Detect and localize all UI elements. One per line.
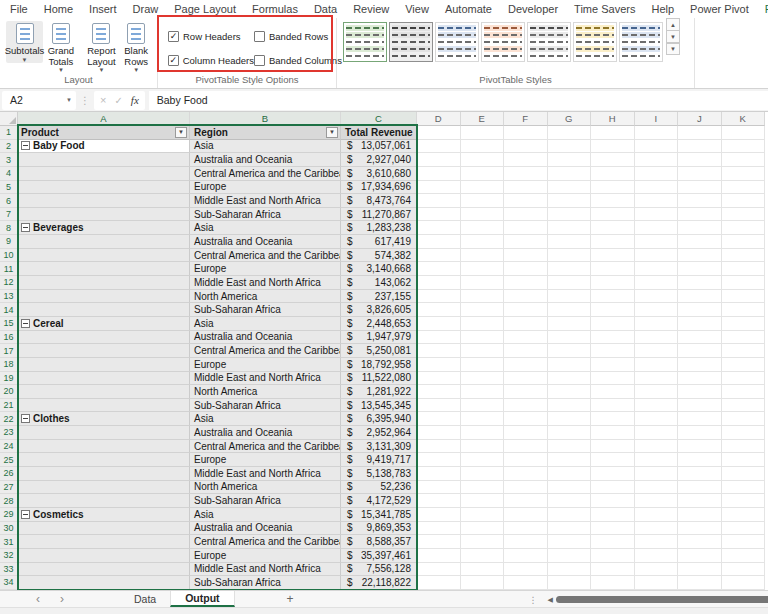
empty-cell[interactable]: [678, 249, 722, 263]
pivot-header-region[interactable]: Region▼: [190, 126, 341, 140]
add-sheet-button[interactable]: +: [279, 591, 302, 607]
row-number-32[interactable]: 32: [0, 549, 18, 563]
empty-cell[interactable]: [678, 494, 722, 508]
cell-b28[interactable]: Sub-Saharan Africa: [190, 494, 341, 508]
cell-c33[interactable]: $7,556,128: [341, 563, 417, 577]
ribbon-tab-draw[interactable]: Draw: [125, 0, 167, 18]
cell-a28[interactable]: [18, 494, 190, 508]
empty-cell[interactable]: [461, 303, 505, 317]
cell-a20[interactable]: [18, 385, 190, 399]
empty-cell[interactable]: [548, 126, 592, 140]
empty-cell[interactable]: [678, 317, 722, 331]
pivot-header-total-revenue[interactable]: Total Revenue: [341, 126, 417, 140]
pivot-style-light-gray[interactable]: [527, 22, 571, 62]
empty-cell[interactable]: [461, 467, 505, 481]
gallery-more-icon[interactable]: ▼: [666, 42, 680, 55]
empty-cell[interactable]: [591, 221, 635, 235]
empty-cell[interactable]: [635, 535, 679, 549]
name-box[interactable]: A2 ▼: [2, 91, 76, 110]
empty-cell[interactable]: [678, 522, 722, 536]
empty-cell[interactable]: [417, 126, 461, 140]
empty-cell[interactable]: [504, 167, 548, 181]
pivot-style-light-orange[interactable]: [481, 22, 525, 62]
empty-cell[interactable]: [635, 453, 679, 467]
empty-cell[interactable]: [591, 426, 635, 440]
empty-cell[interactable]: [461, 535, 505, 549]
cell-b30[interactable]: Australia and Oceania: [190, 522, 341, 536]
empty-cell[interactable]: [635, 412, 679, 426]
cell-b34[interactable]: Sub-Saharan Africa: [190, 576, 341, 590]
column-header-g[interactable]: G: [548, 112, 592, 126]
row-number-13[interactable]: 13: [0, 290, 18, 304]
empty-cell[interactable]: [678, 576, 722, 590]
cell-a7[interactable]: [18, 208, 190, 222]
empty-cell[interactable]: [591, 235, 635, 249]
cell-c18[interactable]: $18,792,958: [341, 358, 417, 372]
cell-c22[interactable]: $6,395,940: [341, 412, 417, 426]
row-number-19[interactable]: 19: [0, 372, 18, 386]
row-number-26[interactable]: 26: [0, 467, 18, 481]
empty-cell[interactable]: [722, 140, 766, 154]
cell-a3[interactable]: [18, 153, 190, 167]
empty-cell[interactable]: [678, 385, 722, 399]
empty-cell[interactable]: [678, 140, 722, 154]
column-header-a[interactable]: A: [18, 112, 190, 126]
empty-cell[interactable]: [504, 235, 548, 249]
cell-b13[interactable]: North America: [190, 290, 341, 304]
row-number-22[interactable]: 22: [0, 412, 18, 426]
empty-cell[interactable]: [635, 467, 679, 481]
empty-cell[interactable]: [548, 167, 592, 181]
empty-cell[interactable]: [504, 412, 548, 426]
row-number-33[interactable]: 33: [0, 563, 18, 577]
empty-cell[interactable]: [635, 208, 679, 222]
empty-cell[interactable]: [417, 290, 461, 304]
empty-cell[interactable]: [722, 563, 766, 577]
ribbon-tab-page-layout[interactable]: Page Layout: [166, 0, 244, 18]
empty-cell[interactable]: [504, 385, 548, 399]
cell-c28[interactable]: $4,172,529: [341, 494, 417, 508]
empty-cell[interactable]: [635, 481, 679, 495]
empty-cell[interactable]: [548, 194, 592, 208]
empty-cell[interactable]: [504, 426, 548, 440]
empty-cell[interactable]: [678, 262, 722, 276]
ribbon-tab-home[interactable]: Home: [36, 0, 81, 18]
checkbox-column-headers[interactable]: ✓Column Headers: [168, 55, 254, 66]
empty-cell[interactable]: [591, 576, 635, 590]
empty-cell[interactable]: [678, 221, 722, 235]
collapse-minus-icon[interactable]: [21, 414, 30, 423]
cell-a27[interactable]: [18, 481, 190, 495]
empty-cell[interactable]: [461, 276, 505, 290]
empty-cell[interactable]: [678, 372, 722, 386]
empty-cell[interactable]: [635, 331, 679, 345]
empty-cell[interactable]: [722, 549, 766, 563]
empty-cell[interactable]: [591, 303, 635, 317]
insert-function-icon[interactable]: fx: [131, 94, 139, 106]
empty-cell[interactable]: [548, 549, 592, 563]
empty-cell[interactable]: [548, 508, 592, 522]
empty-cell[interactable]: [548, 153, 592, 167]
empty-cell[interactable]: [548, 290, 592, 304]
empty-cell[interactable]: [461, 522, 505, 536]
row-number-6[interactable]: 6: [0, 194, 18, 208]
cell-b20[interactable]: North America: [190, 385, 341, 399]
cell-b31[interactable]: Central America and the Caribbean: [190, 535, 341, 549]
empty-cell[interactable]: [548, 249, 592, 263]
empty-cell[interactable]: [678, 208, 722, 222]
empty-cell[interactable]: [417, 522, 461, 536]
report-layout-button[interactable]: ReportLayout ▼: [85, 21, 119, 73]
empty-cell[interactable]: [722, 385, 766, 399]
cell-c26[interactable]: $5,138,783: [341, 467, 417, 481]
empty-cell[interactable]: [548, 140, 592, 154]
empty-cell[interactable]: [635, 576, 679, 590]
cell-a12[interactable]: [18, 276, 190, 290]
empty-cell[interactable]: [678, 426, 722, 440]
empty-cell[interactable]: [722, 317, 766, 331]
empty-cell[interactable]: [722, 453, 766, 467]
empty-cell[interactable]: [504, 249, 548, 263]
cell-a24[interactable]: [18, 440, 190, 454]
row-number-28[interactable]: 28: [0, 494, 18, 508]
empty-cell[interactable]: [591, 399, 635, 413]
ribbon-tab-time-savers[interactable]: Time Savers: [566, 0, 643, 18]
cell-a15[interactable]: Cereal: [18, 317, 190, 331]
empty-cell[interactable]: [635, 399, 679, 413]
